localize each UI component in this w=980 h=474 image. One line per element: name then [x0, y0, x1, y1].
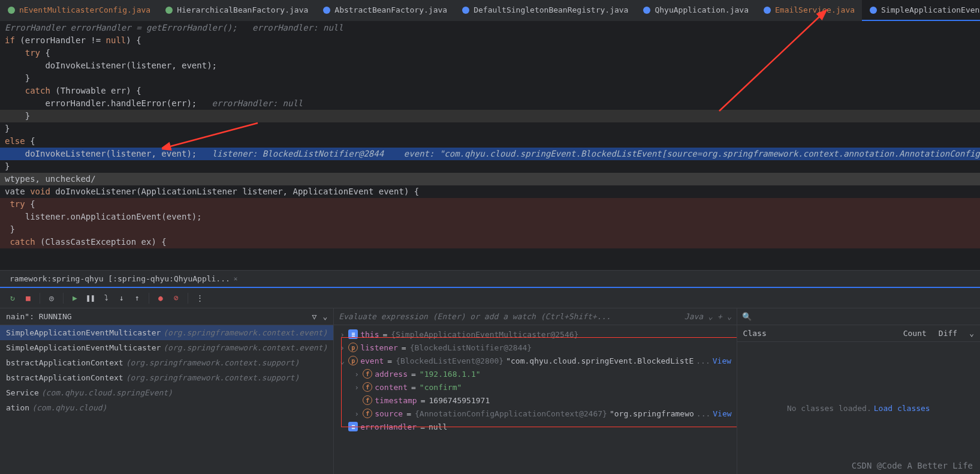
java-class-icon	[763, 6, 771, 14]
frame-item[interactable]: bstractApplicationContext (org.springfra…	[0, 370, 333, 385]
more-icon[interactable]: ⋮	[193, 292, 206, 305]
svg-point-5	[764, 7, 771, 14]
pause-icon[interactable]: ❚❚	[84, 292, 97, 305]
chevron-down-icon[interactable]: ⌄	[339, 356, 346, 365]
classes-header: Class Count Diff ⌄	[737, 325, 980, 342]
debug-tab-label: ramework:spring-qhyu [:spring-qhyu:QhyuA…	[10, 274, 230, 283]
chevron-right-icon[interactable]: ›	[339, 330, 346, 339]
debug-toolbar: ↻ ■ ◎ ▶ ❚❚ ⤵ ↓ ↑ ● ⊘ ⋮	[0, 288, 980, 308]
var-row[interactable]: ›fsource={AnnotationConfigApplicationCon…	[334, 407, 736, 420]
code-line: }	[0, 223, 980, 236]
chevron-right-icon[interactable]: ›	[353, 409, 360, 418]
variables-tree[interactable]: ›≡this={SimpleApplicationEventMulticaste…	[334, 325, 736, 474]
frames-header: nain": RUNNING ▽ ⌄	[0, 308, 333, 325]
separator	[149, 293, 149, 304]
step-out-icon[interactable]: ↑	[131, 292, 144, 305]
tab-0[interactable]: nEventMulticasterConfig.java	[0, 0, 158, 21]
frame-item[interactable]: SimpleApplicationEventMulticaster (org.s…	[0, 340, 333, 355]
var-row[interactable]: ›plistener={BlockedListNotifier@2844}	[334, 341, 736, 354]
col-count[interactable]: Count	[897, 325, 933, 341]
frame-item[interactable]: ation (com.qhyu.cloud)	[0, 400, 333, 415]
var-row[interactable]: ⌄pevent={BlockedListEvent@2800} "com.qhy…	[334, 354, 736, 367]
show-execution-point-icon[interactable]: ◎	[45, 292, 58, 305]
field-icon: f	[363, 382, 372, 392]
debug-panel: nain": RUNNING ▽ ⌄ SimpleApplicationEven…	[0, 308, 980, 474]
chevron-down-icon[interactable]: ⌄	[708, 312, 713, 321]
search-icon[interactable]: 🔍	[742, 312, 752, 321]
code-line: vate void doInvokeListener(ApplicationLi…	[0, 185, 980, 198]
svg-point-4	[643, 7, 650, 14]
code-line: }	[0, 122, 980, 135]
java-class-icon	[322, 6, 331, 14]
chevron-right-icon[interactable]: ›	[353, 383, 360, 392]
evaluate-input[interactable]: Evaluate expression (Enter) or add a wat…	[339, 312, 680, 321]
view-link[interactable]: View	[713, 356, 731, 365]
load-classes-link[interactable]: Load classes	[874, 404, 930, 413]
col-class[interactable]: Class	[737, 325, 897, 341]
tab-6[interactable]: SimpleApplicationEventMulticaster.java✕	[862, 0, 980, 21]
classes-empty-state: No classes loaded. Load classes	[737, 342, 980, 474]
var-row[interactable]: ≡errorHandler=null	[334, 420, 736, 433]
add-watch-icon[interactable]: +	[717, 312, 722, 321]
view-link[interactable]: View	[713, 409, 731, 418]
rerun-icon[interactable]: ↻	[6, 292, 19, 305]
resume-icon[interactable]: ▶	[68, 292, 82, 305]
filter-icon[interactable]: ▽	[312, 312, 317, 321]
code-line: }	[0, 160, 980, 173]
java-class-icon	[462, 6, 470, 14]
object-icon: ≡	[348, 329, 358, 339]
separator	[63, 293, 64, 304]
code-line: else {	[0, 135, 980, 148]
mute-breakpoints-icon[interactable]: ⊘	[170, 292, 183, 305]
code-line: ErrorHandler errorHandler = getErrorHand…	[0, 22, 980, 34]
frame-item[interactable]: Service (com.qhyu.cloud.springEvent)	[0, 385, 333, 400]
var-row[interactable]: ftimestamp=1696745951971	[334, 394, 736, 407]
col-diff[interactable]: Diff	[933, 325, 963, 341]
code-line: if (errorHandler != null) {	[0, 34, 980, 47]
code-line-current: doInvokeListener(listener, event); liste…	[0, 148, 980, 160]
code-line: listener.onApplicationEvent(event);	[0, 211, 980, 223]
view-breakpoints-icon[interactable]: ●	[154, 292, 167, 305]
close-icon[interactable]: ✕	[234, 275, 238, 283]
field-icon: f	[363, 395, 372, 405]
tab-1[interactable]: HierarchicalBeanFactory.java	[158, 0, 315, 21]
var-row[interactable]: ›faddress="192.168.1.1"	[334, 367, 736, 380]
svg-point-6	[870, 7, 877, 14]
frames-panel: nain": RUNNING ▽ ⌄ SimpleApplicationEven…	[0, 308, 334, 474]
debug-session-tab[interactable]: ramework:spring-qhyu [:spring-qhyu:QhyuA…	[5, 271, 242, 287]
param-icon: p	[348, 356, 358, 365]
expand-icon[interactable]: ⌄	[727, 312, 732, 321]
tab-5[interactable]: EmailService.java	[756, 0, 862, 21]
svg-point-2	[323, 7, 330, 14]
tab-label: EmailService.java	[775, 5, 855, 14]
code-line: catch (ClassCastException ex) {	[0, 236, 980, 248]
stop-icon[interactable]: ■	[22, 292, 35, 305]
field-icon: f	[363, 409, 372, 418]
debug-session-tabs: ramework:spring-qhyu [:spring-qhyu:QhyuA…	[0, 270, 980, 288]
chevron-right-icon[interactable]: ›	[339, 343, 346, 352]
frame-item[interactable]: SimpleApplicationEventMulticaster (org.s…	[0, 325, 333, 340]
step-over-icon[interactable]: ⤵	[99, 292, 113, 305]
watermark: CSDN @Code A Better Life	[852, 461, 973, 470]
step-into-icon[interactable]: ↓	[115, 292, 128, 305]
thread-label: nain": RUNNING	[6, 312, 72, 321]
frame-item[interactable]: bstractApplicationContext (org.springfra…	[0, 355, 333, 370]
var-row[interactable]: ›≡this={SimpleApplicationEventMulticaste…	[334, 328, 736, 341]
code-editor[interactable]: ErrorHandler errorHandler = getErrorHand…	[0, 22, 980, 270]
chevron-down-icon[interactable]: ⌄	[322, 312, 327, 321]
java-class-icon	[643, 6, 651, 14]
evaluate-lang-label: Java	[685, 312, 703, 321]
separator	[40, 293, 40, 304]
chevron-down-icon[interactable]: ⌄	[963, 325, 980, 341]
code-line: catch (Throwable err) {	[0, 85, 980, 97]
tab-2[interactable]: AbstractBeanFactory.java	[315, 0, 454, 21]
code-line: try {	[0, 198, 980, 211]
tab-label: SimpleApplicationEventMulticaster.java	[881, 5, 980, 14]
code-line: }	[0, 110, 980, 122]
chevron-right-icon[interactable]: ›	[353, 370, 360, 379]
tab-4[interactable]: QhyuApplication.java	[635, 0, 756, 21]
tab-3[interactable]: DefaultSingletonBeanRegistry.java	[454, 0, 635, 21]
var-row[interactable]: ›fcontent="confirm"	[334, 380, 736, 394]
java-interface-icon	[165, 6, 173, 14]
code-line: wtypes, unchecked/	[0, 173, 980, 185]
